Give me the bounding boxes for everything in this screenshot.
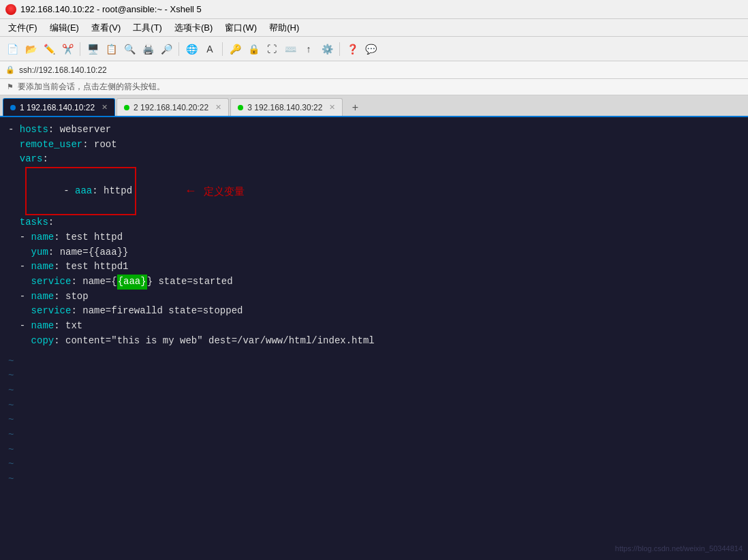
tilde-lines: ~ ~ ~ ~ ~ ~ ~ ~ ~ (8, 354, 740, 487)
toolbar-copy[interactable]: 📋 (103, 41, 119, 57)
address-bar: 🔒 ssh://192.168.140.10:22 (0, 61, 748, 79)
address-text: ssh://192.168.140.10:22 (19, 65, 107, 75)
tab-2[interactable]: 2 192.168.140.20:22 ✕ (116, 98, 229, 116)
toolbar-new[interactable]: 📄 (4, 41, 20, 57)
aaa-green-highlight: {aaa} (117, 275, 147, 290)
tab-2-dot (124, 105, 129, 110)
tilde-3: ~ (8, 384, 740, 399)
line-hosts: - hosts: webserver (8, 123, 740, 138)
tilde-7: ~ (8, 443, 740, 458)
line-name-txt: - name: txt (8, 319, 740, 334)
info-message: 要添加当前会话，点击左侧的箭头按钮。 (18, 81, 165, 93)
toolbar-settings[interactable]: ⚙️ (319, 41, 335, 57)
toolbar-lock[interactable]: 🔒 (245, 41, 262, 57)
line-yum: yum: name={{aaa}} (8, 245, 740, 260)
toolbar-print[interactable]: 🖨️ (140, 41, 156, 57)
toolbar: 📄 📂 ✏️ ✂️ 🖥️ 📋 🔍 🖨️ 🔎 🌐 A 🔑 🔒 ⛶ ⌨️ ↑ ⚙️ … (0, 37, 748, 61)
toolbar-monitor[interactable]: 🖥️ (84, 41, 101, 57)
tab-3-dot (238, 105, 243, 110)
tilde-9: ~ (8, 472, 740, 487)
toolbar-key[interactable]: 🔑 (227, 41, 243, 57)
line-name-stop: - name: stop (8, 290, 740, 305)
line-remote-user: remote_user: root (8, 138, 740, 153)
info-bar: ⚑ 定义变量 要添加当前会话，点击左侧的箭头按钮。 (0, 79, 748, 95)
menu-view[interactable]: 查看(V) (86, 20, 126, 35)
menu-file[interactable]: 文件(F) (3, 20, 43, 35)
toolbar-expand[interactable]: ⛶ (264, 41, 280, 57)
annotation-label: 定义变量 (204, 183, 245, 199)
toolbar-sep1 (80, 42, 80, 56)
line-service2: service: name=firewalld state=stopped (8, 304, 740, 319)
line-name-test-httpd1: - name: test httpd1 (8, 260, 740, 275)
menu-bar: 文件(F) 编辑(E) 查看(V) 工具(T) 选项卡(B) 窗口(W) 帮助(… (0, 19, 748, 37)
tilde-5: ~ (8, 413, 740, 428)
tab-3[interactable]: 3 192.168.140.30:22 ✕ (230, 98, 343, 116)
toolbar-sep2 (178, 42, 179, 56)
tab-1-label: 1 192.168.140.10:22 (20, 103, 95, 112)
tab-1-close[interactable]: ✕ (102, 103, 108, 112)
tab-1-dot (10, 105, 16, 110)
line-service1: service: name={{aaa}} state=started (8, 275, 740, 290)
tab-1[interactable]: 1 192.168.140.10:22 ✕ (3, 98, 115, 116)
red-arrow-icon: ← (187, 184, 195, 198)
title-bar: 192.168.140.10:22 - root@ansible:~ - Xsh… (0, 0, 748, 19)
toolbar-help[interactable]: ❓ (344, 41, 360, 57)
title-bar-text: 192.168.140.10:22 - root@ansible:~ - Xsh… (20, 4, 202, 14)
menu-tools[interactable]: 工具(T) (127, 20, 168, 35)
toolbar-up[interactable]: ↑ (300, 41, 317, 57)
tilde-1: ~ (8, 354, 740, 369)
toolbar-font[interactable]: A (202, 41, 218, 57)
toolbar-search[interactable]: 🔍 (121, 41, 138, 57)
toolbar-kbd[interactable]: ⌨️ (282, 41, 298, 57)
line-vars: vars: (8, 152, 740, 167)
toolbar-sep3 (222, 42, 223, 56)
tilde-4: ~ (8, 399, 740, 414)
tilde-8: ~ (8, 457, 740, 472)
menu-help[interactable]: 帮助(H) (264, 20, 305, 35)
tilde-2: ~ (8, 369, 740, 384)
watermark: https://blog.csdn.net/weixin_50344814 (615, 543, 743, 555)
line-copy: copy: content="this is my web" dest=/var… (8, 334, 740, 349)
lock-icon: 🔒 (5, 65, 15, 74)
line-tasks: tasks: (8, 215, 740, 230)
info-icon: ⚑ (7, 82, 14, 91)
toolbar-msg[interactable]: 💬 (362, 41, 379, 57)
toolbar-sep4 (339, 42, 340, 56)
tab-bar: 1 192.168.140.10:22 ✕ 2 192.168.140.20:2… (0, 95, 748, 117)
toolbar-delete[interactable]: ✂️ (59, 41, 76, 57)
app-icon (5, 4, 16, 15)
terminal[interactable]: - hosts: webserver remote_user: root var… (0, 117, 748, 560)
menu-tab[interactable]: 选项卡(B) (169, 20, 218, 35)
line-aaa: - aaa: httpd ← 定义变量 (8, 167, 740, 215)
toolbar-open[interactable]: 📂 (22, 41, 39, 57)
toolbar-globe[interactable]: 🌐 (183, 41, 200, 57)
tab-2-close[interactable]: ✕ (215, 103, 221, 112)
menu-window[interactable]: 窗口(W) (219, 20, 262, 35)
tab-add-button[interactable]: + (347, 99, 363, 116)
aaa-highlight-box: - aaa: httpd (25, 167, 136, 215)
toolbar-edit[interactable]: ✏️ (41, 41, 57, 57)
menu-edit[interactable]: 编辑(E) (44, 20, 84, 35)
tab-3-close[interactable]: ✕ (329, 103, 335, 112)
toolbar-zoom[interactable]: 🔎 (158, 41, 174, 57)
tilde-6: ~ (8, 428, 740, 443)
tab-3-label: 3 192.168.140.30:22 (247, 103, 322, 112)
line-name-test-httpd: - name: test httpd (8, 230, 740, 245)
tab-2-label: 2 192.168.140.20:22 (134, 103, 208, 112)
